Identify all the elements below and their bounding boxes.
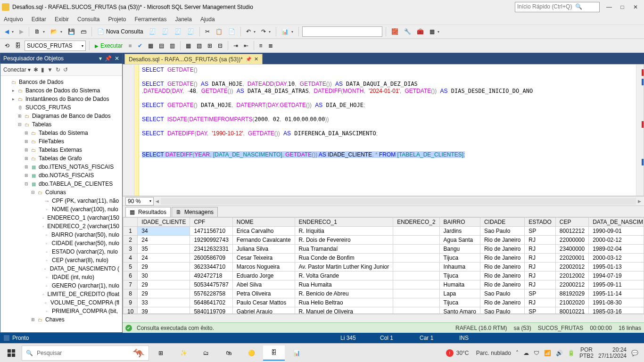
table-row[interactable]: 10395840119709Gabriel AraujoR. Manuel de… [124,307,644,314]
tree-tables[interactable]: ⊟🗀Tabelas [0,120,122,129]
panel-menu-icon[interactable]: ▾ [99,55,102,62]
specify-values-icon[interactable]: ≡ [257,41,264,50]
start-button[interactable] [2,346,21,361]
menu-ajuda[interactable]: Ajuda [200,16,215,23]
disconnect-icon[interactable]: ✱ [33,66,38,73]
tree-filetables[interactable]: ⊞🗀FileTables [0,137,122,146]
tree-col[interactable]: ▫ENDERECO_1 (varchar(150 [0,214,122,222]
tree-col[interactable]: ▫GENERO (varchar(1), nulo [0,281,122,290]
sync-icon[interactable]: ↺ [63,66,68,73]
tree-keys[interactable]: ⊞🗀Chaves [0,315,122,324]
tree-col[interactable]: ⊸CPF (PK, varchar(11), não [0,197,122,205]
table-row[interactable]: 4242600586709Cesar TeixeiraRua Conde de … [124,254,644,263]
defender-icon[interactable]: 🛡 [534,350,539,356]
tree-col[interactable]: ▫ESTADO (varchar(2), nulo [0,247,122,256]
doc-tab-desafios[interactable]: Desafios.sql - RAFA...OS_FRUTAS (sa (53)… [124,54,263,64]
ssms-taskbar-icon[interactable]: 🗄 [263,346,285,361]
outdent-icon[interactable]: ⇤ [242,41,250,50]
forward-button[interactable]: ▶ [17,27,25,36]
results-grid-icon[interactable]: ▦ [184,41,193,50]
open-button[interactable]: 📂 [49,27,64,36]
menu-consulta[interactable]: Consulta [77,16,99,23]
maximize-button[interactable]: □ [616,2,629,12]
more-windows-icon[interactable]: ▦ [428,27,441,36]
filter-icon[interactable]: ▼ [47,66,53,73]
tab-close-icon[interactable]: ✕ [254,56,258,62]
parse-button[interactable]: ✔ [136,41,144,50]
table-row[interactable]: 22419290992743Fernando CavalcanteR. Dois… [124,236,644,245]
panel-close-icon[interactable]: ✕ [115,55,119,62]
menu-projeto[interactable]: Projeto [108,16,126,23]
xmla-icon[interactable]: 🧾 [160,27,171,36]
dmx-icon[interactable]: 🧾 [185,27,196,36]
refresh-icon[interactable]: ↻ [56,66,60,73]
results-text-icon[interactable]: ▥ [168,41,177,50]
grid-header[interactable]: ENDERECO_1 [295,218,393,227]
code-editor[interactable]: SELECT GETDATE() SELECT GETDATE() AS DAT… [123,64,644,196]
table-row[interactable]: 33523412632331Juliana SilvaRua Tramandaí… [124,245,644,254]
tree-columns[interactable]: ⊟🗀Colunas [0,188,122,197]
table-row[interactable]: 630492472718Eduardo JorgeR. Volta Grande… [124,272,644,280]
panel-pin-icon[interactable]: 📌 [105,55,112,62]
tray-chevron-icon[interactable]: ˄ [516,350,519,356]
tree-databases[interactable]: 🗀Bancos de Dados [0,78,122,86]
registered-servers-icon[interactable]: 🧱 [389,27,400,36]
volume-icon[interactable]: 🔊 [556,350,563,356]
menu-arquivo[interactable]: Arquivo [4,16,23,23]
quick-launch-input[interactable]: Início Rápido (Ctrl+Q) 🔍 [515,2,600,12]
find-combo[interactable] [302,26,382,37]
weather-widget[interactable]: ! 30°C Parc. nublado [446,349,511,357]
uncomment-icon[interactable]: ⊟ [216,41,224,50]
indent-icon[interactable]: ⇥ [231,41,240,50]
tree-col[interactable]: ▫NOME (varchar(100), nulo [0,205,122,214]
results-file-icon[interactable]: ▧ [195,41,204,50]
tree-col[interactable]: ▫CIDADE (varchar(50), nulo [0,239,122,247]
paste-button[interactable]: 📄 [226,27,237,36]
onedrive-icon[interactable]: ☁ [523,350,529,356]
task-view-icon[interactable]: ⊞ [150,346,172,361]
menu-janela[interactable]: Janela [175,16,192,23]
table-row[interactable]: 72950534475787Abel SilvaRua HumaitaHumai… [124,280,644,289]
tree-table-notas[interactable]: ⊞▦dbo.NOTAS_FISCAIS [0,171,122,180]
tree-diagrams[interactable]: ⊞🗀Diagramas de Banco de Dados [0,112,122,120]
grid-header[interactable]: NOME [232,218,295,227]
stop-icon[interactable]: ▮ [41,66,44,73]
grid-header[interactable]: BAIRRO [439,218,480,227]
table-row[interactable]: 8295576228758Petra OliveiraR. Benicio de… [124,289,644,298]
tree-db-sucos[interactable]: 🛢SUCOS_FRUTAS [0,103,122,112]
grid-header[interactable]: ENDERECO_2 [393,218,439,227]
table-row[interactable]: 9335648641702Paulo Cesar MattosRua Helio… [124,298,644,307]
include-plan-icon[interactable]: ▤ [157,41,166,50]
table-row[interactable]: 1341471156710Erica CarvalhoR. IriquitiaJ… [124,227,644,236]
grid-header[interactable]: CEP [555,218,588,227]
object-explorer-tree[interactable]: 🗀Bancos de Dados ▸🗀Bancos de Dados do Si… [0,76,122,332]
notifications-icon[interactable]: 💬 [631,350,638,356]
file-explorer-icon[interactable]: 🗂 [195,346,217,361]
copy-button[interactable]: 📋 [214,27,224,36]
tree-system-tables[interactable]: ⊞🗀Tabelas do Sistema [0,129,122,137]
cut-button[interactable]: ✂ [203,27,212,36]
back-button[interactable]: ◀ [3,27,16,36]
mdx-icon[interactable]: 🧾 [173,27,183,36]
results-hscrollbar[interactable] [123,314,644,322]
connect-button[interactable]: Conectar ▾ [3,66,31,73]
wifi-icon[interactable]: 📶 [544,350,551,356]
undo-button[interactable]: ↶ [244,27,257,36]
grid-header[interactable]: IDADE_CLIENTE [138,218,190,227]
use-db-icon[interactable]: ⟲ [3,41,11,50]
minimize-button[interactable]: ― [603,2,616,12]
change-conn-icon[interactable]: 🗄 [13,41,23,50]
query-designer-icon[interactable]: 🧾 [147,27,158,36]
nova-consulta-button[interactable]: 📄Nova Consulta [95,27,145,36]
tree-col[interactable]: ▫CEP (varchar(8), nulo) [0,256,122,264]
tree-snapshots[interactable]: ▸🗀Instantâneos do Banco de Dados [0,95,122,103]
grid-header[interactable]: ESTADO [525,218,555,227]
tree-system-databases[interactable]: ▸🗀Bancos de Dados do Sistema [0,86,122,95]
zoom-combo[interactable]: 90 %▾ [125,197,154,206]
database-selector[interactable]: SUCOS_FRUTAS▾ [25,41,86,51]
new-project-button[interactable]: 🗎 [33,27,47,36]
battery-icon[interactable]: 🔋 [568,350,575,356]
tab-pin-icon[interactable]: 📌 [246,57,251,62]
tree-col[interactable]: ▫LIMITE_DE_CREDITO (float [0,290,122,298]
grid-header[interactable]: CIDADE [480,218,524,227]
